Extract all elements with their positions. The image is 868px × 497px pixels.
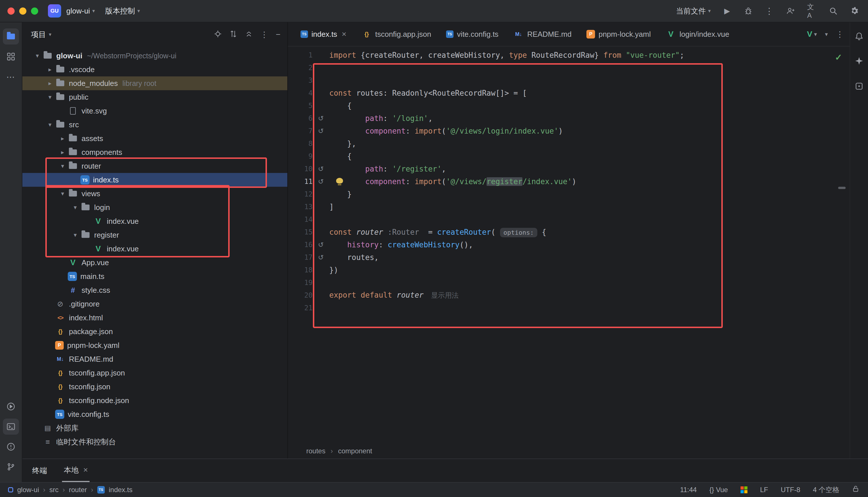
- panel-options-icon[interactable]: ⋮: [260, 30, 268, 39]
- code-area[interactable]: 1import {createRouter, createWebHistory,…: [288, 46, 850, 443]
- project-toolwindow-icon[interactable]: [3, 28, 19, 44]
- line-ending-widget[interactable]: LF: [760, 486, 768, 494]
- tree-item[interactable]: {}tsconfig.app.json: [23, 366, 287, 380]
- tree-item[interactable]: ▾src: [23, 118, 287, 131]
- breadcrumb-item[interactable]: routes: [306, 447, 325, 455]
- tree-item[interactable]: ▸components: [23, 145, 287, 159]
- tree-item[interactable]: #style.css: [23, 283, 287, 297]
- editor-tab[interactable]: M↓README.md: [506, 23, 579, 46]
- tree-item[interactable]: Ppnpm-lock.yaml: [23, 338, 287, 352]
- gutter-change-icon[interactable]: ↺: [313, 253, 329, 261]
- cursor-position[interactable]: 11:44: [680, 486, 697, 494]
- code-with-me-icon[interactable]: [786, 6, 796, 16]
- translate-icon[interactable]: 文A: [807, 6, 817, 16]
- run-configuration-selector[interactable]: 当前文件▾: [676, 6, 711, 16]
- editor-tab[interactable]: Vlogin/index.vue: [658, 23, 737, 46]
- code-line[interactable]: 6↺ path: '/login',: [288, 112, 850, 125]
- terminal-panel-title[interactable]: 终端: [32, 466, 47, 476]
- terminal-tab[interactable]: 本地 ×: [62, 459, 90, 482]
- tree-item[interactable]: ▸.vscode: [23, 62, 287, 76]
- editor-tab[interactable]: Ppnpm-lock.yaml: [579, 23, 658, 46]
- tree-item[interactable]: ▾views: [23, 187, 287, 200]
- tree-item[interactable]: TSvite.config.ts: [23, 407, 287, 421]
- gutter-change-icon[interactable]: ↺: [313, 114, 329, 123]
- hide-panel-icon[interactable]: −: [276, 30, 280, 39]
- editor-tab[interactable]: TSindex.ts×: [293, 23, 354, 46]
- more-toolwindows-icon[interactable]: ⋯: [3, 69, 19, 85]
- more-actions-icon[interactable]: ⋮: [765, 6, 775, 16]
- code-line[interactable]: 1import {createRouter, createWebHistory,…: [288, 49, 850, 61]
- gutter-change-icon[interactable]: ↺: [313, 127, 329, 135]
- chevron-collapsed-icon[interactable]: ▸: [45, 66, 55, 73]
- code-line[interactable]: 15const router :Router = createRouter( o…: [288, 226, 850, 239]
- chevron-expanded-icon[interactable]: ▾: [70, 204, 80, 211]
- tree-item[interactable]: VApp.vue: [23, 256, 287, 269]
- tree-item[interactable]: ⊘.gitignore: [23, 297, 287, 311]
- code-line[interactable]: 17↺ routes,: [288, 251, 850, 264]
- code-line[interactable]: 10↺ path: '/register',: [288, 162, 850, 175]
- tree-item[interactable]: ▾register: [23, 228, 287, 242]
- code-line[interactable]: 9 {: [288, 150, 850, 162]
- tree-item[interactable]: vite.svg: [23, 104, 287, 118]
- close-tab-icon[interactable]: ×: [342, 30, 347, 39]
- lock-icon[interactable]: [852, 485, 859, 494]
- run-button[interactable]: ▶: [722, 6, 732, 16]
- debug-icon[interactable]: [744, 6, 753, 16]
- gutter-change-icon[interactable]: ↺: [313, 178, 329, 186]
- code-line[interactable]: 13]: [288, 200, 850, 213]
- vue-run-dropdown[interactable]: V ▾: [807, 30, 817, 39]
- project-panel-title[interactable]: 项目▾: [31, 30, 52, 40]
- git-branch-icon[interactable]: [3, 459, 19, 475]
- vcs-menu[interactable]: 版本控制▾: [105, 6, 140, 16]
- collapse-all-icon[interactable]: [245, 30, 253, 39]
- tab-options-icon[interactable]: ⋮: [836, 30, 844, 39]
- code-line[interactable]: 21: [288, 302, 850, 314]
- chevron-collapsed-icon[interactable]: ▸: [57, 135, 68, 142]
- chevron-expanded-icon[interactable]: ▾: [45, 94, 55, 101]
- chevron-collapsed-icon[interactable]: ▸: [57, 149, 68, 156]
- breadcrumb-item[interactable]: component: [338, 447, 372, 455]
- close-terminal-tab-icon[interactable]: ×: [83, 465, 88, 474]
- settings-gear-icon[interactable]: [850, 6, 859, 16]
- ai-assistant-icon[interactable]: [853, 55, 865, 67]
- gutter-change-icon[interactable]: ↺: [313, 241, 329, 249]
- gutter-change-icon[interactable]: ↺: [313, 165, 329, 173]
- tree-item[interactable]: Vindex.vue: [23, 214, 287, 228]
- chevron-collapsed-icon[interactable]: ▸: [45, 80, 55, 87]
- code-line[interactable]: 14: [288, 213, 850, 226]
- expand-all-icon[interactable]: [229, 30, 237, 39]
- zoom-window-button[interactable]: [31, 8, 38, 15]
- typescript-service-icon[interactable]: [740, 486, 748, 493]
- tree-item[interactable]: ▸assets: [23, 131, 287, 145]
- tree-item[interactable]: <>index.html: [23, 311, 287, 325]
- encoding-widget[interactable]: UTF-8: [781, 486, 800, 494]
- tree-item[interactable]: Vindex.vue: [23, 242, 287, 256]
- tree-item[interactable]: {}tsconfig.json: [23, 380, 287, 394]
- code-line[interactable]: 18}): [288, 264, 850, 276]
- tree-item[interactable]: ▾public: [23, 90, 287, 104]
- search-icon[interactable]: [828, 6, 838, 16]
- problems-toolwindow-icon[interactable]: [3, 439, 19, 455]
- tree-item[interactable]: {}package.json: [23, 325, 287, 338]
- status-breadcrumb-item[interactable]: src: [49, 486, 59, 494]
- code-line[interactable]: 20export default router显示用法: [288, 289, 850, 302]
- run-toolwindow-icon[interactable]: [3, 398, 19, 414]
- tree-item[interactable]: ▾login: [23, 200, 287, 214]
- chevron-expanded-icon[interactable]: ▾: [32, 52, 43, 59]
- tree-item[interactable]: {}tsconfig.node.json: [23, 394, 287, 407]
- tree-item[interactable]: ≡临时文件和控制台: [23, 435, 287, 449]
- code-line[interactable]: 3: [288, 74, 850, 87]
- chevron-expanded-icon[interactable]: ▾: [45, 121, 55, 128]
- project-menu[interactable]: glow-ui▾: [66, 6, 95, 15]
- minimize-window-button[interactable]: [19, 8, 26, 15]
- tree-item[interactable]: ▾router: [23, 159, 287, 173]
- intention-bulb-icon[interactable]: [336, 178, 343, 184]
- tree-item[interactable]: ▤外部库: [23, 421, 287, 435]
- chevron-expanded-icon[interactable]: ▾: [57, 162, 68, 170]
- scrollbar-marker[interactable]: [838, 187, 845, 189]
- tree-item[interactable]: TSindex.ts: [23, 173, 287, 187]
- tree-item[interactable]: ▸node_moduleslibrary root: [23, 76, 287, 90]
- status-breadcrumb[interactable]: glow-ui›src›router›TSindex.ts: [8, 486, 132, 494]
- code-line[interactable]: 8 },: [288, 137, 850, 150]
- chevron-expanded-icon[interactable]: ▾: [57, 190, 68, 197]
